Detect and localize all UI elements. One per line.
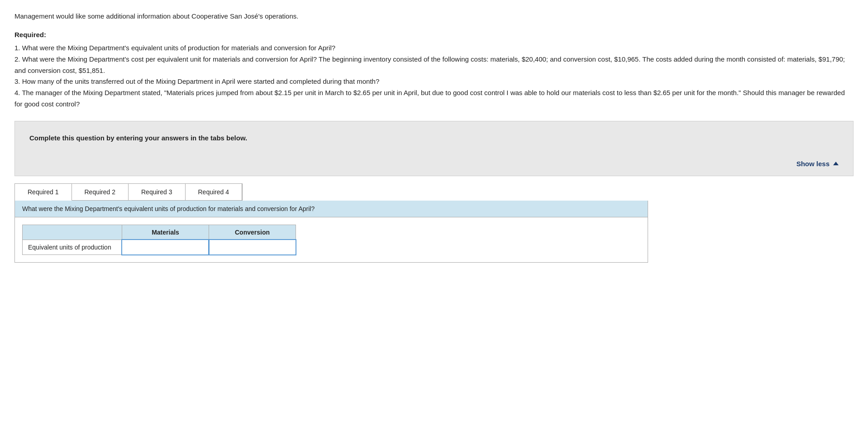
row-label: Equivalent units of production <box>23 240 122 254</box>
materials-input[interactable] <box>122 240 209 254</box>
required-item-3: 3. How many of the units transferred out… <box>14 76 854 87</box>
tab-required-4[interactable]: Required 4 <box>186 184 243 201</box>
tab-content: Materials Conversion Equivalent units of… <box>15 217 648 255</box>
show-less-button[interactable]: Show less <box>29 160 839 168</box>
conversion-header: Conversion <box>209 225 296 240</box>
tab-panel-question: What were the Mixing Department's equiva… <box>15 201 648 217</box>
table-wrapper: Materials Conversion Equivalent units of… <box>22 225 640 255</box>
conversion-input-cell <box>209 240 296 254</box>
materials-header: Materials <box>122 225 209 240</box>
required-item-1: 1. What were the Mixing Department's equ… <box>14 43 854 54</box>
tab-required-3[interactable]: Required 3 <box>129 184 186 201</box>
show-less-icon <box>833 162 839 165</box>
empty-header <box>23 225 122 240</box>
show-less-label: Show less <box>796 160 830 168</box>
tabs-row: Required 1 Required 2 Required 3 Require… <box>14 183 243 201</box>
required-section: Required: 1. What were the Mixing Depart… <box>14 29 854 110</box>
required-label: Required: <box>14 29 854 41</box>
tab-required-2[interactable]: Required 2 <box>72 184 129 201</box>
tab-required-1[interactable]: Required 1 <box>15 184 72 201</box>
required-item-4: 4. The manager of the Mixing Department … <box>14 87 854 110</box>
materials-input-cell <box>122 240 209 254</box>
tab-content-area: What were the Mixing Department's equiva… <box>14 201 648 263</box>
production-table: Materials Conversion Equivalent units of… <box>22 225 296 255</box>
instruction-text: Complete this question by entering your … <box>29 134 839 142</box>
conversion-input[interactable] <box>209 240 296 254</box>
required-item-2: 2. What were the Mixing Department's cos… <box>14 54 854 77</box>
instruction-box: Complete this question by entering your … <box>14 121 854 176</box>
intro-text: Management would like some additional in… <box>14 11 854 21</box>
